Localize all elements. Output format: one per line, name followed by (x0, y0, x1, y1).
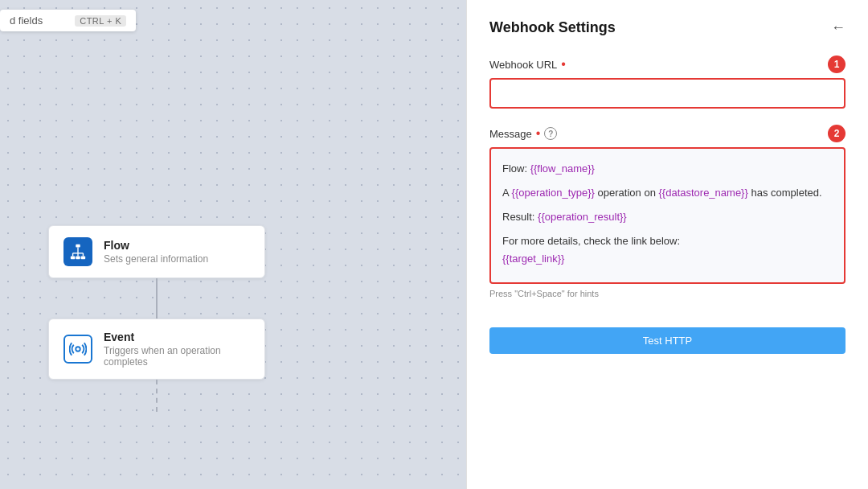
message-section: Message • ? 2 Flow: {{flow_name}} A {{op… (489, 125, 845, 298)
event-node-title: Event (104, 331, 250, 343)
event-node-text: Event Triggers when an operation complet… (104, 331, 250, 368)
flow-nodes-container: Flow Sets general information Event Trig… (48, 225, 265, 412)
test-http-button[interactable]: Test HTTP (489, 327, 845, 354)
message-line-4: For more details, check the link below: … (502, 232, 833, 268)
step-badge-2: 2 (828, 125, 845, 142)
flow-node-desc: Sets general information (104, 253, 208, 265)
message-line-1: Flow: {{flow_name}} (502, 160, 833, 178)
msg-op-prefix: A (502, 187, 512, 199)
flow-node-title: Flow (104, 239, 208, 252)
webhook-url-section: Webhook URL • 1 (489, 55, 845, 109)
svg-rect-0 (76, 244, 80, 248)
event-node-icon (63, 335, 92, 364)
msg-op-var1: {{operation_type}} (512, 187, 595, 199)
svg-rect-3 (81, 257, 86, 260)
message-label-text: Message (489, 128, 532, 140)
msg-link-var: {{target_link}} (502, 253, 564, 265)
message-editor[interactable]: Flow: {{flow_name}} A {{operation_type}}… (489, 147, 845, 284)
message-line-3: Result: {{operation_result}} (502, 208, 833, 226)
event-node-desc: Triggers when an operation completes (104, 345, 250, 368)
svg-point-9 (76, 347, 80, 351)
message-help-icon[interactable]: ? (544, 127, 557, 140)
msg-op-middle: operation on (595, 187, 659, 199)
step-badge-1: 1 (828, 55, 845, 73)
webhook-url-input[interactable] (489, 78, 845, 109)
msg-datastore-var: {{datastore_name}} (658, 187, 747, 199)
keyboard-shortcut: CTRL + K (75, 15, 126, 27)
search-bar[interactable]: d fields CTRL + K (0, 10, 136, 31)
back-button[interactable]: ← (831, 19, 845, 36)
msg-flow-prefix: Flow: (502, 162, 530, 175)
settings-panel: Webhook Settings ← Webhook URL • 1 Messa… (466, 0, 868, 489)
webhook-url-required: • (561, 58, 566, 71)
msg-flow-var: {{flow_name}} (530, 162, 595, 175)
flow-node-icon (63, 237, 92, 266)
message-required: • (536, 127, 541, 140)
webhook-url-label-row: Webhook URL • 1 (489, 55, 845, 73)
msg-result-prefix: Result: (502, 211, 538, 223)
flow-node[interactable]: Flow Sets general information (48, 225, 265, 278)
msg-result-var: {{operation_result}} (538, 211, 627, 223)
connector-line-2 (156, 380, 158, 412)
flow-node-text: Flow Sets general information (104, 239, 208, 265)
svg-rect-2 (76, 257, 80, 260)
settings-header: Webhook Settings ← (489, 19, 845, 36)
connector-line-1 (156, 278, 158, 318)
hint-text: Press "Ctrl+Space" for hints (489, 289, 845, 298)
message-line-2: A {{operation_type}} operation on {{data… (502, 184, 833, 202)
settings-title: Webhook Settings (489, 19, 616, 36)
msg-op-suffix: has completed. (748, 187, 822, 199)
canvas-panel: d fields CTRL + K Flow Se (0, 0, 466, 489)
event-node[interactable]: Event Triggers when an operation complet… (48, 318, 265, 380)
svg-rect-1 (71, 257, 76, 260)
webhook-url-label-text: Webhook URL (489, 59, 557, 71)
search-text: d fields (10, 14, 43, 27)
msg-details-prefix: For more details, check the link below: (502, 235, 680, 247)
message-label-row: Message • ? 2 (489, 125, 845, 142)
